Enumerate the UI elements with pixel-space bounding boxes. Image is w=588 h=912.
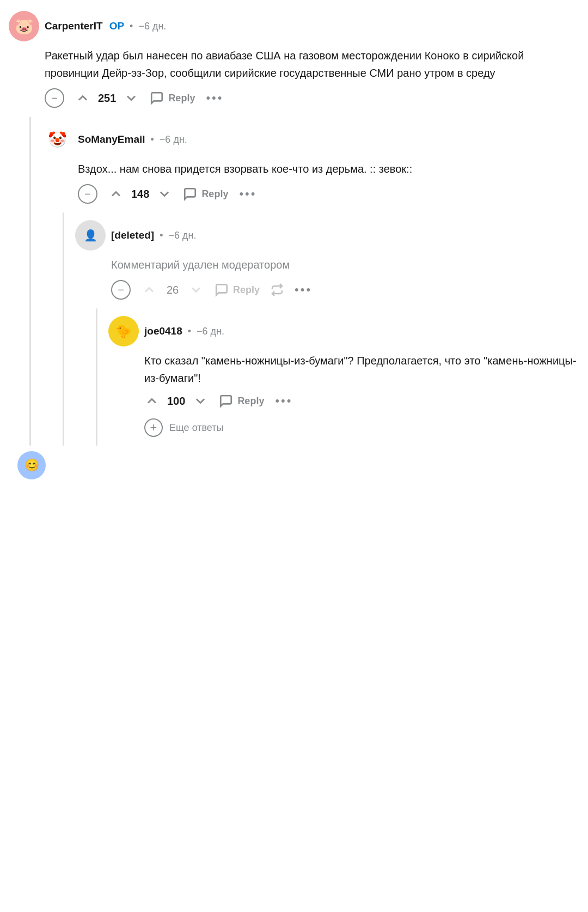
vote-count-deleted: 26 <box>164 284 181 296</box>
collapse-button-deleted[interactable]: − <box>111 280 131 300</box>
more-replies-button[interactable]: + Еще ответы <box>144 418 579 437</box>
comment-deleted: 👤 [deleted] • −6 дн. Комментарий удален … <box>75 220 579 446</box>
more-icon-carpenterit: ••• <box>206 91 223 105</box>
comment-header-somanyemail: 🤡 SoManyEmail • −6 дн. <box>42 124 579 155</box>
upvote-button-deleted[interactable] <box>142 282 157 297</box>
avatar-joe0418: 🐤 <box>108 316 139 346</box>
reply-button-deleted[interactable]: Reply <box>215 283 260 297</box>
nested-content-somanyemail: 🤡 SoManyEmail • −6 дн. Вздох... нам снов… <box>42 117 579 446</box>
username-joe0418: joe0418 <box>144 325 182 337</box>
upvote-button-carpenterit[interactable] <box>75 90 90 106</box>
vote-group-joe0418: 100 <box>144 393 208 409</box>
comment-somanyemail: 🤡 SoManyEmail • −6 дн. Вздох... нам снов… <box>42 124 579 446</box>
more-icon-somanyemail: ••• <box>239 187 256 201</box>
more-replies-label: Еще ответы <box>169 422 223 434</box>
nested-container-somanyemail: 🤡 SoManyEmail • −6 дн. Вздох... нам снов… <box>24 117 579 446</box>
more-button-somanyemail[interactable]: ••• <box>239 187 256 201</box>
comment-carpenterit: 🐷 CarpenterIT OP • −6 дн. Ракетный удар … <box>9 11 579 446</box>
plus-icon: + <box>150 422 157 434</box>
more-icon-deleted: ••• <box>295 283 312 297</box>
username-carpenterit: CarpenterIT <box>45 20 103 32</box>
comment-joe0418: 🐤 joe0418 • −6 дн. Кто сказал "камень-но… <box>108 316 579 409</box>
more-button-carpenterit[interactable]: ••• <box>206 91 223 105</box>
nested-container-deleted: 👤 [deleted] • −6 дн. Комментарий удален … <box>57 212 579 446</box>
reply-label-carpenterit: Reply <box>168 93 195 104</box>
more-button-joe0418[interactable]: ••• <box>275 394 292 408</box>
reply-button-joe0418[interactable]: Reply <box>219 394 264 408</box>
nested-container-joe: 🐤 joe0418 • −6 дн. Кто сказал "камень-но… <box>90 308 579 446</box>
action-bar-somanyemail: − 148 <box>78 184 579 204</box>
action-bar-carpenterit: − 251 Reply <box>45 88 579 108</box>
avatar-somanyemail: 🤡 <box>42 124 72 155</box>
op-badge-carpenterit: OP <box>109 20 124 32</box>
downvote-button-somanyemail[interactable] <box>157 186 172 202</box>
reply-button-somanyemail[interactable]: Reply <box>183 187 228 201</box>
more-button-deleted[interactable]: ••• <box>295 283 312 297</box>
upvote-button-joe0418[interactable] <box>144 393 160 409</box>
timestamp-deleted: −6 дн. <box>169 230 197 241</box>
collapse-icon: − <box>51 93 58 104</box>
downvote-button-deleted[interactable] <box>188 282 204 297</box>
comment-body-joe0418: Кто сказал "камень-ножницы-из-бумаги"? П… <box>144 352 579 387</box>
vote-count-somanyemail: 148 <box>131 188 149 200</box>
username-deleted: [deleted] <box>111 229 154 241</box>
vote-group-deleted: 26 <box>142 282 204 297</box>
reply-label-deleted: Reply <box>233 284 260 296</box>
bottom-partial-comment: 😊 <box>9 451 579 479</box>
timestamp-somanyemail: −6 дн. <box>160 134 187 145</box>
downvote-button-joe0418[interactable] <box>193 393 208 409</box>
more-replies-icon: + <box>144 418 163 437</box>
comment-header-deleted: 👤 [deleted] • −6 дн. <box>75 220 579 251</box>
collapse-icon-deleted: − <box>118 284 124 295</box>
timestamp-carpenterit: −6 дн. <box>138 21 166 32</box>
share-button-deleted[interactable] <box>271 283 284 296</box>
nested-content-deleted: 👤 [deleted] • −6 дн. Комментарий удален … <box>75 212 579 446</box>
collapse-icon-somanyemail: − <box>84 189 91 199</box>
collapse-button-carpenterit[interactable]: − <box>45 88 64 108</box>
thread-line-deleted <box>96 308 97 446</box>
username-somanyemail: SoManyEmail <box>78 133 145 145</box>
reply-label-somanyemail: Reply <box>201 189 228 200</box>
vote-group-carpenterit: 251 <box>75 90 139 106</box>
upvote-button-somanyemail[interactable] <box>108 186 124 202</box>
comment-body-deleted: Комментарий удален модератором <box>111 256 579 273</box>
comment-body-somanyemail: Вздох... нам снова придется взорвать кое… <box>78 160 579 178</box>
vote-count-joe0418: 100 <box>167 395 185 408</box>
vote-group-somanyemail: 148 <box>108 186 172 202</box>
more-icon-joe0418: ••• <box>275 394 292 408</box>
reply-label-joe0418: Reply <box>237 396 264 407</box>
thread-line-carpenterit <box>29 117 31 446</box>
thread-line-somanyemail <box>63 212 64 446</box>
avatar-partial: 😊 <box>17 451 46 479</box>
comment-header-carpenterit: 🐷 CarpenterIT OP • −6 дн. <box>9 11 579 41</box>
nested-content-joe: 🐤 joe0418 • −6 дн. Кто сказал "камень-но… <box>108 308 579 446</box>
action-bar-deleted: − 26 <box>111 280 579 300</box>
action-bar-joe0418: 100 <box>144 393 579 409</box>
avatar-deleted: 👤 <box>75 220 106 251</box>
reply-button-carpenterit[interactable]: Reply <box>150 91 195 105</box>
comment-thread: 🐷 CarpenterIT OP • −6 дн. Ракетный удар … <box>0 0 588 490</box>
collapse-button-somanyemail[interactable]: − <box>78 184 97 204</box>
avatar-carpenterit: 🐷 <box>9 11 39 41</box>
vote-count-carpenterit: 251 <box>98 92 116 105</box>
comment-body-carpenterit: Ракетный удар был нанесен по авиабазе СШ… <box>45 47 579 82</box>
downvote-button-carpenterit[interactable] <box>124 90 139 106</box>
comment-header-joe0418: 🐤 joe0418 • −6 дн. <box>108 316 579 346</box>
timestamp-joe0418: −6 дн. <box>197 326 224 337</box>
